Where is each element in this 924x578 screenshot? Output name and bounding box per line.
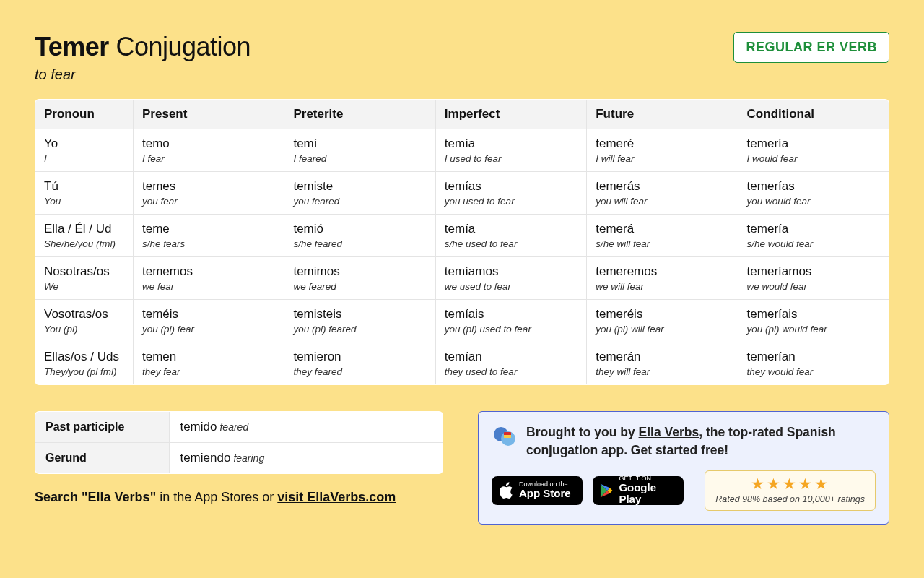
- conjugation-cell: tememoswe fear: [134, 257, 284, 300]
- conjugation-cell: temerás/he will fear: [587, 215, 738, 257]
- conjugation-cell: temíasyou used to fear: [435, 172, 586, 215]
- pronoun-cell: Ellas/os / UdsThey/you (pl fml): [35, 342, 134, 385]
- past-participle-value: temidofeared: [170, 412, 443, 443]
- conjugation-cell: temeránthey will fear: [587, 342, 738, 385]
- column-header: Pronoun: [35, 100, 134, 129]
- conjugation-cell: temíaisyou (pl) used to fear: [435, 300, 586, 342]
- column-header: Preterite: [284, 100, 435, 129]
- pronoun-cell: Ella / Él / UdShe/he/you (fml): [35, 215, 134, 257]
- conjugation-cell: temeríasyou would fear: [738, 172, 889, 215]
- column-header: Future: [587, 100, 738, 129]
- app-logo-icon: [492, 423, 518, 449]
- pronoun-cell: YoI: [35, 129, 134, 172]
- conjugation-cell: temeríaI would fear: [738, 129, 889, 172]
- conjugation-cell: temerásyou will fear: [587, 172, 738, 215]
- table-row: Nosotras/osWetememoswe feartemimoswe fea…: [35, 257, 889, 300]
- pronoun-cell: Vosotras/osYou (pl): [35, 300, 134, 342]
- conjugation-cell: temíI feared: [284, 129, 435, 172]
- conjugation-cell: temeríanthey would fear: [738, 342, 889, 385]
- conjugation-cell: temeremoswe will fear: [587, 257, 738, 300]
- conjugation-cell: teméisyou (pl) fear: [134, 300, 284, 342]
- search-instructions: Search "Ella Verbs" in the App Stores or…: [35, 490, 443, 505]
- table-row: Vosotras/osYou (pl)teméisyou (pl) fearte…: [35, 300, 889, 342]
- table-row: TúYoutemesyou feartemisteyou fearedtemía…: [35, 172, 889, 215]
- conjugation-cell: temíanthey used to fear: [435, 342, 586, 385]
- conjugation-cell: temerías/he would fear: [738, 215, 889, 257]
- conjugation-cell: tementhey fear: [134, 342, 284, 385]
- conjugation-cell: temeríaisyou (pl) would fear: [738, 300, 889, 342]
- svg-rect-3: [504, 435, 511, 438]
- rating-text: Rated 98% based on 10,000+ ratings: [715, 494, 865, 504]
- page-title: Temer Conjugation: [35, 32, 250, 62]
- column-header: Imperfect: [435, 100, 586, 129]
- gerund-label: Gerund: [35, 443, 170, 474]
- column-header: Present: [134, 100, 284, 129]
- conjugation-cell: temisteisyou (pl) feared: [284, 300, 435, 342]
- conjugation-table: PronounPresentPreteriteImperfectFutureCo…: [35, 99, 889, 385]
- table-row: Ella / Él / UdShe/he/you (fml)temes/he f…: [35, 215, 889, 257]
- app-store-button[interactable]: Download on theApp Store: [492, 476, 583, 505]
- pronoun-cell: Nosotras/osWe: [35, 257, 134, 300]
- star-icons: ★★★★★: [715, 475, 865, 493]
- conjugation-cell: temeréI will fear: [587, 129, 738, 172]
- translation-subtitle: to fear: [35, 66, 250, 83]
- column-header: Conditional: [738, 100, 889, 129]
- table-row: Ellas/os / UdsThey/you (pl fml)tementhey…: [35, 342, 889, 385]
- conjugation-cell: temíaI used to fear: [435, 129, 586, 172]
- conjugation-cell: temiós/he feared: [284, 215, 435, 257]
- ella-verbs-link[interactable]: Ella Verbs: [639, 425, 699, 439]
- forms-table: Past participle temidofeared Gerund temi…: [35, 411, 443, 474]
- conjugation-cell: temeréisyou (pl) will fear: [587, 300, 738, 342]
- conjugation-cell: temieronthey feared: [284, 342, 435, 385]
- conjugation-cell: temías/he used to fear: [435, 215, 586, 257]
- conjugation-cell: temíamoswe used to fear: [435, 257, 586, 300]
- google-play-button[interactable]: GET IT ONGoogle Play: [593, 476, 684, 505]
- verb-type-badge: REGULAR ER VERB: [733, 32, 889, 63]
- conjugation-cell: temisteyou feared: [284, 172, 435, 215]
- conjugation-cell: temoI fear: [134, 129, 284, 172]
- conjugation-cell: temesyou fear: [134, 172, 284, 215]
- conjugation-cell: temes/he fears: [134, 215, 284, 257]
- conjugation-cell: temeríamoswe would fear: [738, 257, 889, 300]
- promo-text: Brought to you by Ella Verbs, the top-ra…: [526, 423, 876, 460]
- google-play-icon: [600, 483, 613, 499]
- past-participle-label: Past participle: [35, 412, 170, 443]
- apple-icon: [499, 482, 513, 499]
- pronoun-cell: TúYou: [35, 172, 134, 215]
- rating-box: ★★★★★ Rated 98% based on 10,000+ ratings: [705, 470, 876, 511]
- visit-site-link[interactable]: visit EllaVerbs.com: [277, 490, 396, 504]
- table-row: YoItemoI feartemíI fearedtemíaI used to …: [35, 129, 889, 172]
- conjugation-cell: temimoswe feared: [284, 257, 435, 300]
- gerund-value: temiendofearing: [170, 443, 443, 474]
- promo-box: Brought to you by Ella Verbs, the top-ra…: [478, 411, 889, 525]
